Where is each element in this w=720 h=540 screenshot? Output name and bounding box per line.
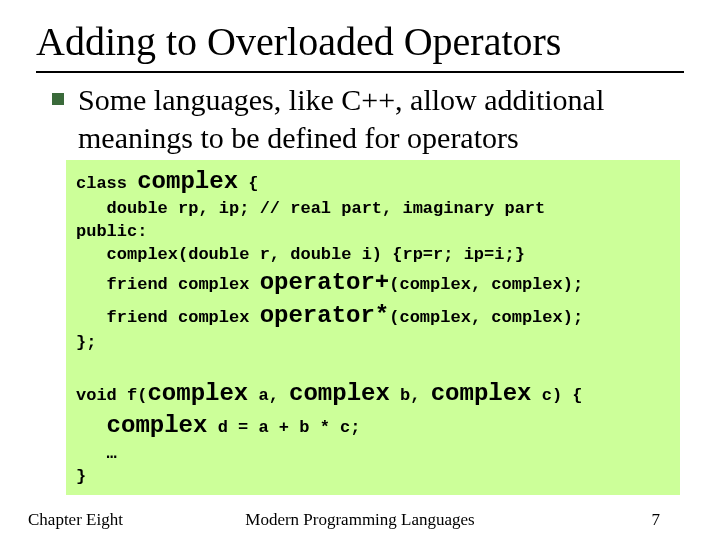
- footer-right: 7: [652, 510, 661, 530]
- code-keyword: complex: [431, 380, 532, 407]
- code-keyword: complex: [107, 412, 208, 439]
- footer-center: Modern Programming Languages: [245, 510, 474, 530]
- code-keyword: complex: [137, 168, 238, 195]
- code-text: (complex, complex);: [389, 308, 583, 327]
- code-text: (complex, complex);: [389, 275, 583, 294]
- code-line: …: [76, 444, 117, 463]
- code-text: friend complex: [76, 275, 260, 294]
- code-text: [76, 418, 107, 437]
- code-text: {: [238, 174, 258, 193]
- square-bullet-icon: [52, 93, 64, 105]
- slide-title: Adding to Overloaded Operators: [36, 18, 684, 73]
- code-line: double rp, ip; // real part, imaginary p…: [76, 199, 545, 218]
- code-line: };: [76, 333, 96, 352]
- code-text: c) {: [532, 386, 583, 405]
- code-keyword: complex: [147, 380, 248, 407]
- bullet-text: Some languages, like C++, allow addition…: [78, 81, 684, 156]
- code-keyword: operator+: [260, 269, 390, 296]
- slide: Adding to Overloaded Operators Some lang…: [0, 0, 720, 540]
- code-line: complex(double r, double i) {rp=r; ip=i;…: [76, 245, 525, 264]
- code-keyword: complex: [289, 380, 390, 407]
- code-keyword: operator*: [260, 302, 390, 329]
- code-block: class complex { double rp, ip; // real p…: [66, 160, 680, 495]
- code-text: friend complex: [76, 308, 260, 327]
- code-line: public:: [76, 222, 147, 241]
- code-blank: [76, 356, 86, 375]
- slide-footer: Chapter Eight Modern Programming Languag…: [0, 510, 720, 530]
- code-line: }: [76, 467, 86, 486]
- code-text: b,: [390, 386, 431, 405]
- footer-left: Chapter Eight: [28, 510, 123, 530]
- bullet-item: Some languages, like C++, allow addition…: [52, 81, 684, 156]
- code-text: void f(: [76, 386, 147, 405]
- code-text: d = a + b * c;: [207, 418, 360, 437]
- code-text: class: [76, 174, 137, 193]
- code-text: a,: [248, 386, 289, 405]
